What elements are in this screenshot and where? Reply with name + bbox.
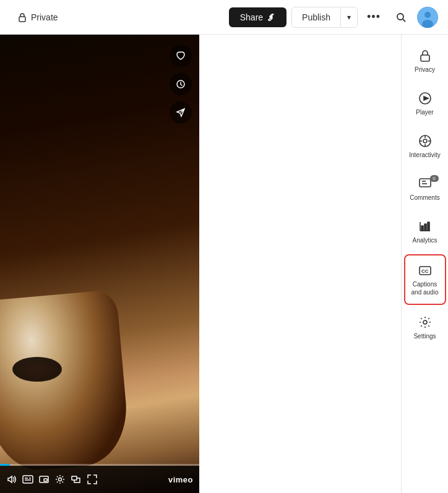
settings-ctrl-icon[interactable] bbox=[54, 474, 66, 485]
svg-point-19 bbox=[423, 139, 427, 143]
vimeo-logo: vimeo bbox=[168, 475, 193, 484]
ellipsis-icon: ••• bbox=[367, 11, 381, 24]
settings-sidebar-icon bbox=[418, 315, 433, 330]
svg-point-34 bbox=[423, 320, 427, 324]
header-left: Private bbox=[10, 9, 66, 26]
publish-button[interactable]: Publish bbox=[292, 7, 340, 27]
comments-badge: 0 bbox=[430, 175, 439, 182]
video-actions bbox=[170, 45, 192, 124]
heart-icon bbox=[176, 51, 186, 61]
send-icon bbox=[176, 108, 186, 118]
more-options-button[interactable]: ••• bbox=[363, 6, 385, 28]
captions-label: Captions and audio bbox=[409, 280, 441, 296]
avatar[interactable] bbox=[417, 7, 438, 28]
like-button[interactable] bbox=[170, 45, 192, 67]
sidebar-item-captions[interactable]: CC Captions and audio bbox=[404, 254, 446, 305]
svg-rect-31 bbox=[428, 222, 429, 231]
publish-group: Publish ▾ bbox=[291, 7, 358, 28]
svg-rect-7 bbox=[23, 476, 33, 483]
sidebar-item-player[interactable]: Player bbox=[404, 84, 446, 124]
player-label: Player bbox=[416, 108, 433, 116]
volume-icon[interactable] bbox=[6, 474, 17, 485]
video-container: vimeo bbox=[0, 35, 199, 493]
video-controls: vimeo bbox=[0, 466, 199, 493]
empty-content-area bbox=[199, 35, 401, 493]
private-label: Private bbox=[31, 12, 58, 22]
main-content: vimeo Privacy Player bbox=[0, 35, 448, 493]
clock-icon bbox=[176, 79, 186, 89]
svg-rect-24 bbox=[420, 179, 431, 187]
svg-point-1 bbox=[397, 14, 403, 20]
svg-point-13 bbox=[59, 478, 62, 481]
settings-label: Settings bbox=[413, 332, 436, 340]
captions-icon[interactable] bbox=[22, 474, 33, 485]
interactivity-sidebar-icon bbox=[418, 134, 433, 148]
svg-rect-12 bbox=[44, 479, 47, 481]
header: Private Share Publish ▾ ••• bbox=[0, 0, 448, 35]
watch-later-button[interactable] bbox=[170, 73, 192, 95]
search-icon bbox=[395, 12, 407, 23]
publish-label: Publish bbox=[302, 12, 330, 22]
fullscreen-icon[interactable] bbox=[87, 474, 98, 485]
header-center: Share Publish ▾ ••• bbox=[229, 6, 438, 28]
share-button[interactable]: Share bbox=[229, 7, 286, 27]
picture-in-picture-icon[interactable] bbox=[71, 474, 82, 485]
comments-label: Comments bbox=[410, 194, 439, 202]
svg-point-4 bbox=[424, 12, 431, 18]
svg-rect-30 bbox=[424, 224, 426, 231]
share-label: Share bbox=[240, 12, 263, 22]
sidebar-item-analytics[interactable]: Analytics bbox=[404, 212, 446, 252]
right-sidebar: Privacy Player bbox=[401, 35, 448, 493]
player-sidebar-icon bbox=[418, 91, 433, 106]
analytics-label: Analytics bbox=[412, 236, 437, 244]
search-button[interactable] bbox=[390, 6, 412, 28]
svg-rect-29 bbox=[421, 226, 423, 231]
sidebar-item-settings[interactable]: Settings bbox=[404, 307, 446, 348]
svg-rect-15 bbox=[421, 55, 429, 61]
analytics-sidebar-icon bbox=[418, 219, 433, 234]
link-icon bbox=[267, 13, 275, 22]
publish-chevron-button[interactable]: ▾ bbox=[340, 8, 357, 27]
sidebar-item-privacy[interactable]: Privacy bbox=[404, 41, 446, 81]
svg-rect-0 bbox=[19, 17, 25, 22]
svg-line-2 bbox=[403, 19, 405, 22]
svg-text:CC: CC bbox=[421, 268, 429, 274]
svg-rect-14 bbox=[72, 476, 77, 480]
video-area: vimeo bbox=[0, 35, 401, 493]
sidebar-item-interactivity[interactable]: Interactivity bbox=[404, 126, 446, 166]
share-video-button[interactable] bbox=[170, 101, 192, 124]
captions-sidebar-icon: CC bbox=[418, 263, 433, 278]
chevron-down-icon: ▾ bbox=[347, 13, 351, 22]
pip-icon[interactable] bbox=[38, 474, 50, 485]
interactivity-label: Interactivity bbox=[409, 151, 441, 159]
sidebar-item-comments[interactable]: 0 Comments bbox=[404, 169, 446, 209]
svg-marker-17 bbox=[424, 96, 428, 100]
private-button[interactable]: Private bbox=[10, 9, 66, 26]
lock-icon bbox=[17, 12, 27, 22]
lock-sidebar-icon bbox=[418, 48, 433, 63]
privacy-label: Privacy bbox=[415, 66, 435, 74]
